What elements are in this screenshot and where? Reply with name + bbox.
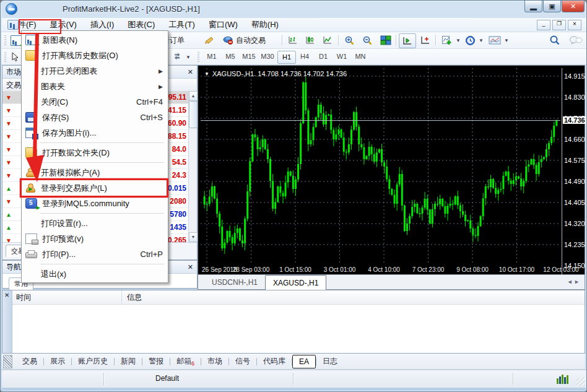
terminal-tab-3[interactable]: 新闻 (115, 354, 142, 368)
toolbar-grip[interactable] (4, 52, 6, 62)
file-menu-item[interactable]: 打开已关闭图表▶ (22, 63, 168, 79)
toolbar-grip[interactable] (198, 52, 199, 62)
clock-icon (465, 35, 476, 46)
resize-grip[interactable] (576, 378, 585, 386)
child-minimize-button[interactable]: _ (537, 20, 550, 30)
chart-window-icon[interactable] (7, 20, 19, 30)
toolbar-grip[interactable] (4, 35, 6, 45)
file-menu-item[interactable]: 保存(S)Ctrl+S (22, 110, 168, 125)
date-tick-label: 26 Sep 2018 (202, 266, 237, 273)
price-down-arrow-icon: ▼ (2, 172, 15, 179)
child-close-button[interactable]: × (568, 20, 581, 30)
terminal-side-strip[interactable]: ✕ (2, 290, 12, 353)
terminal-tab-2[interactable]: 账户历史 (72, 354, 114, 368)
terminal-tab-7[interactable]: 信号 (229, 354, 256, 368)
zoom-in-button[interactable] (342, 33, 357, 47)
periods-dropdown[interactable]: ▼ (463, 33, 486, 47)
menu-help[interactable]: 帮助(H) (246, 18, 284, 32)
auto-scroll-button[interactable] (399, 33, 416, 48)
terminal-tab-10[interactable]: 日志 (316, 354, 344, 368)
terminal-tab-6[interactable]: 市场 (201, 354, 228, 368)
file-menu-item[interactable]: 打开数据文件夹(D) (22, 145, 168, 160)
bar-chart-mode-button[interactable] (285, 33, 300, 47)
candlestick-icon (305, 35, 315, 45)
file-menu-item[interactable]: 退出(x) (22, 266, 168, 282)
file-menu-item[interactable]: 登录到MQL5.community (22, 196, 168, 211)
file-menu-item[interactable]: 打印(P)...Ctrl+P (22, 246, 168, 262)
market-watch-scrollbar[interactable]: ▲ ▼ (188, 91, 197, 242)
column-time[interactable]: 时间 (12, 290, 122, 304)
file-menu-item[interactable]: 关闭(C)Ctrl+F4 (22, 94, 168, 110)
chart-tab-xagusd[interactable]: XAGUSD-,H1 (265, 275, 326, 290)
tile-windows-button[interactable] (378, 33, 394, 47)
scrollbar-thumb[interactable] (189, 101, 198, 128)
child-restore-button[interactable]: ❐ (552, 20, 566, 30)
menu-item-label: 新图表(N) (42, 35, 77, 46)
scroll-up-icon[interactable]: ▲ (189, 91, 198, 101)
shift-end-dropdown[interactable]: ▼ (170, 50, 193, 64)
menu-insert[interactable]: 插入(I) (85, 18, 120, 32)
search-button[interactable] (547, 33, 563, 47)
time-scale[interactable]: 26 Sep 201828 Sep 03:001 Oct 15:003 Oct … (201, 265, 560, 275)
file-menu-item[interactable]: 打印预览(v) (22, 231, 168, 246)
candlestick-mode-button[interactable] (303, 33, 318, 47)
file-menu-item[interactable]: 打开离线历史数据(O) (22, 48, 168, 63)
terminal-tab-1[interactable]: 展示 (44, 354, 71, 368)
timeframe-m30[interactable]: M30 (259, 51, 276, 63)
timeframe-m15[interactable]: M15 (240, 51, 258, 63)
chart-tab-usdcnh[interactable]: USDCNH-,H1 (204, 276, 265, 289)
candle-plot[interactable] (201, 68, 560, 265)
profile-name[interactable]: Default (155, 374, 179, 383)
file-menu-item[interactable]: 图表夹▶ (22, 79, 168, 94)
timeframe-mn[interactable]: MN (352, 51, 369, 63)
terminal-tab-4[interactable]: 警报 (142, 354, 170, 368)
collapse-arrow-icon[interactable]: ▼ (204, 71, 209, 77)
cursor-tool-button[interactable] (8, 50, 22, 64)
chat-button[interactable] (567, 33, 585, 47)
column-message[interactable]: 信息 (122, 292, 142, 303)
menu-window[interactable]: 窗口(W) (203, 18, 243, 32)
title-bar[interactable]: ProfitMarketHK-Live2 - [XAGUSD-,H1] ▬ ▣ … (1, 1, 586, 18)
zoom-out-button[interactable] (360, 33, 375, 47)
terminal-tab-8[interactable]: 代码库 (257, 354, 292, 368)
submenu-arrow-icon: ▶ (159, 84, 163, 90)
no-icon (25, 219, 36, 228)
terminal-close-icon[interactable]: ✕ (4, 292, 9, 298)
menu-view[interactable]: 显示(V) (45, 18, 82, 32)
menu-charts[interactable]: 图表(C) (122, 18, 160, 32)
close-button[interactable]: ✕ (562, 1, 585, 12)
file-menu-item[interactable]: 打印设置(r)... (22, 216, 168, 231)
price-scale[interactable]: 14.91514.83014.74514.66014.57514.49014.4… (562, 68, 583, 275)
templates-dropdown[interactable]: ▼ (486, 33, 511, 47)
timeframe-w1[interactable]: W1 (333, 51, 350, 63)
timeframe-h4[interactable]: H4 (296, 51, 313, 63)
tabs-scroll-right-icon[interactable]: ► (574, 279, 580, 285)
file-menu-item[interactable]: 登录到交易账户(L) (22, 180, 168, 196)
minimize-button[interactable]: ▬ (524, 1, 542, 12)
timeframe-m5[interactable]: M5 (222, 51, 239, 63)
line-chart-mode-button[interactable] (320, 33, 335, 47)
file-menu-item[interactable]: 新图表(N) (22, 32, 168, 48)
file-menu-item[interactable]: 开新模拟帐户(A) (22, 165, 168, 180)
chart-shift-button[interactable] (417, 33, 433, 47)
terminal-tab-5[interactable]: 邮箱6 (170, 354, 201, 368)
market-watch-icon[interactable] (201, 33, 217, 47)
autotrading-button[interactable]: 自动交易 (220, 33, 268, 47)
terminal-tab-0[interactable]: 交易 (16, 354, 43, 368)
menu-tools[interactable]: 工具(T) (163, 18, 201, 32)
navigator-close-icon[interactable]: ✕ (188, 263, 193, 271)
restore-button[interactable]: ▣ (543, 1, 561, 12)
timeframe-h1[interactable]: H1 (277, 51, 296, 64)
line-chart-icon (323, 35, 333, 45)
panel-grip-icon[interactable] (3, 355, 12, 368)
tabs-scroll-left-icon[interactable]: ◄ (567, 279, 573, 285)
gold-horn-icon (204, 35, 215, 45)
market-watch-close-icon[interactable]: ✕ (188, 68, 193, 76)
scroll-down-icon[interactable]: ▼ (189, 232, 198, 242)
price-down-arrow-icon: ▼ (2, 146, 15, 153)
file-menu-item[interactable]: 保存为图片(i)... (22, 125, 168, 141)
timeframe-m1[interactable]: M1 (203, 51, 220, 63)
terminal-tab-ea[interactable]: EA (292, 355, 316, 368)
timeframe-d1[interactable]: D1 (315, 51, 332, 63)
indicators-dropdown[interactable]: ▼ (439, 33, 463, 47)
